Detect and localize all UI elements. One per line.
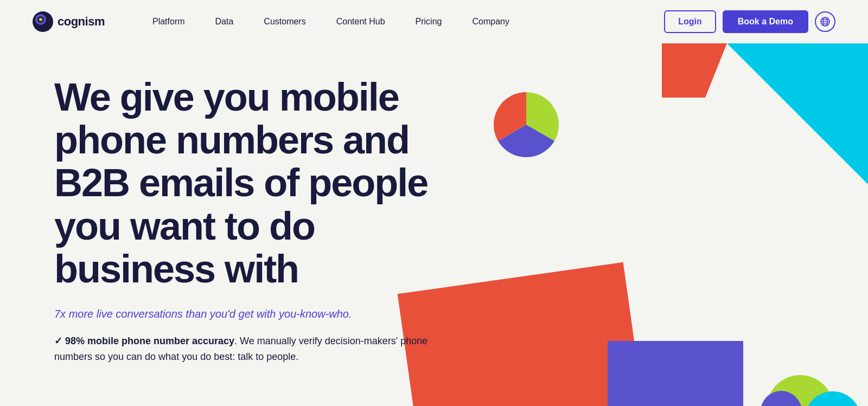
login-button[interactable]: Login — [664, 10, 716, 33]
purple-rectangle-bottom — [608, 341, 743, 406]
logo-icon — [33, 11, 53, 32]
hero-subtext-prefix: 7x more live conversations than you'd ge… — [54, 308, 279, 320]
svg-point-3 — [39, 18, 42, 21]
hero-content: We give you mobile phone numbers and B2B… — [54, 76, 434, 365]
red-shape-top-right — [662, 43, 727, 98]
svg-marker-9 — [727, 43, 868, 184]
navbar: cognism Platform Data Customers Content … — [0, 0, 868, 43]
hero-headline: We give you mobile phone numbers and B2B… — [54, 76, 434, 291]
brand-name: cognism — [58, 15, 105, 29]
language-selector[interactable] — [815, 11, 835, 32]
hero-subtext-italic: you-know-who. — [279, 308, 352, 320]
red-rectangle-bottom — [398, 262, 649, 406]
nav-customers[interactable]: Customers — [248, 17, 321, 27]
logo-link[interactable]: cognism — [33, 11, 105, 32]
svg-marker-10 — [662, 43, 727, 98]
blue-circle-br — [760, 390, 803, 406]
hero-subtext: 7x more live conversations than you'd ge… — [54, 308, 434, 320]
green-circle-bottom-right — [765, 373, 835, 406]
nav-links: Platform Data Customers Content Hub Pric… — [137, 17, 664, 27]
hero-stat: ✓ 98% mobile phone number accuracy. We m… — [54, 333, 434, 365]
nav-data[interactable]: Data — [200, 17, 249, 27]
hero-section: We give you mobile phone numbers and B2B… — [0, 43, 868, 406]
globe-icon — [820, 16, 831, 27]
svg-point-12 — [805, 391, 861, 406]
decorative-shapes — [380, 43, 868, 406]
book-demo-button[interactable]: Book a Demo — [723, 10, 808, 33]
nav-company[interactable]: Company — [457, 17, 524, 27]
nav-content-hub[interactable]: Content Hub — [321, 17, 400, 27]
cyan-circle-bottom-right — [803, 390, 863, 406]
nav-platform[interactable]: Platform — [137, 17, 200, 27]
pie-chart-decoration — [488, 87, 564, 163]
svg-point-13 — [761, 391, 802, 406]
svg-point-11 — [767, 375, 834, 406]
hero-stat-bold: ✓ 98% mobile phone number accuracy — [54, 336, 234, 346]
nav-actions: Login Book a Demo — [664, 10, 835, 33]
cyan-triangle-top-right — [694, 43, 868, 184]
nav-pricing[interactable]: Pricing — [400, 17, 457, 27]
